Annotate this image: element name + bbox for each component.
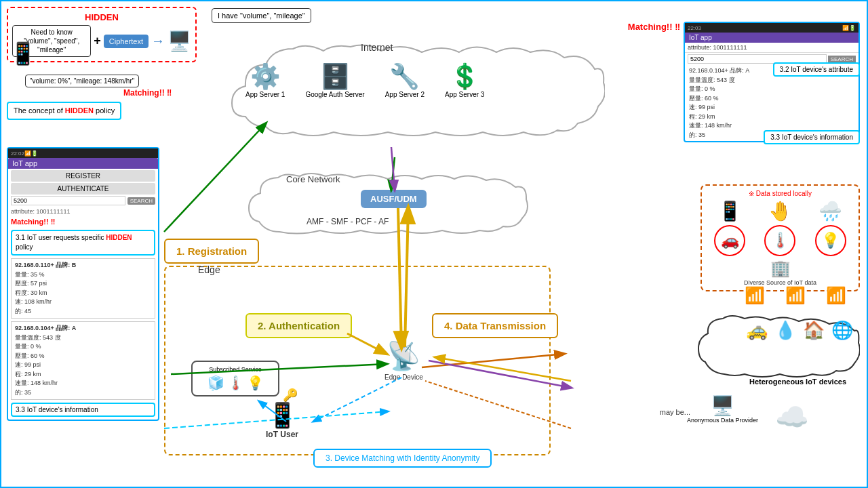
iot-user-area: 📱 IoT User (266, 401, 298, 439)
subscribed-title: Subscribed Service (197, 366, 274, 373)
ciphertext-box: Ciphertext (104, 35, 149, 48)
policy-box: 3.1 IoT user requests specific HIDDEN po… (11, 230, 155, 256)
google-auth-icon: 🗄️ (305, 62, 364, 91)
device-matching-box: 3. Device Matching with Identity Anonymi… (313, 449, 492, 468)
left-topbar: 22:02 📶🔋 (8, 148, 158, 158)
core-network-label: Core Network (286, 174, 340, 184)
policy-hidden-word: HIDDEN (106, 234, 132, 241)
app-server-2: 🔧 App Server 2 (385, 62, 425, 98)
left-attr: attribute: 1001111111 (8, 207, 158, 216)
app-server-3: 💲 App Server 3 (445, 62, 484, 98)
matching-right: Matching!! ‼ (628, 22, 680, 32)
car-circled-icon: 🚗 (714, 225, 745, 256)
maybe-label: may be... (660, 408, 690, 416)
wifi-row: 📶 📶 📶 (745, 286, 846, 305)
wifi-icon-3: 📶 (826, 286, 846, 305)
server-small-icon: 🖥️ (167, 30, 191, 52)
left-matching: Matching!! ‼ (8, 216, 158, 227)
ausf-udm-box: AUSF/UDM (361, 190, 427, 208)
authenticate-btn[interactable]: AUTHENTICATE (11, 183, 155, 195)
antenna-icon: 📡 (384, 340, 423, 372)
left-iot-panel: 22:02 📶🔋 IoT app REGISTER AUTHENTICATE 5… (7, 147, 159, 421)
anon-label: Anonymous Data Provider (687, 417, 758, 425)
hand-device-icon: 🤚 (756, 200, 804, 222)
smoke-icon: ☁️ (775, 401, 809, 433)
subscribed-service-box: Subscribed Service 🧊 🌡️ 💡 (191, 361, 279, 396)
taxi-icon: 🚕 (746, 320, 768, 341)
search-row: 5200 SEARCH (11, 196, 155, 205)
diverse-label: Diverse Source of IoT data (706, 279, 854, 286)
server-group: ⚙️ App Server 1 🗄️ Google Auth Server 🔧 … (245, 62, 484, 98)
app-server-1: ⚙️ App Server 1 (245, 62, 285, 98)
app-server-2-icon: 🔧 (385, 62, 425, 91)
volume-box: "volume: 0%", "mileage: 148km/hr" (25, 75, 139, 87)
cloud-rain-icon: 🌧️ (807, 200, 854, 222)
wifi-icon-1: 📶 (745, 286, 765, 305)
water-drop-icon: 💧 (774, 320, 796, 341)
google-auth-server: 🗄️ Google Auth Server (305, 62, 364, 98)
plus-icon: + (94, 34, 101, 48)
anon-provider: 🖥️ Anonymous Data Provider (687, 394, 758, 425)
globe-icon: 🌐 (831, 320, 853, 341)
search-input[interactable]: 5200 (11, 196, 125, 205)
i-have-box: I have "volume", "mileage" (212, 8, 311, 23)
edge-device-label: Edge Device (384, 373, 423, 381)
edge-device-area: 📡 Edge Device (384, 340, 423, 381)
iot-user-phone-icon: 📱 (266, 401, 298, 430)
right-iot-panel: 22:03 📶🔋 IoT app attribute: 1001111111 5… (684, 22, 860, 142)
app-server-3-icon: 💲 (445, 62, 484, 91)
data-stored-label: ※ Data stored locally (706, 190, 854, 197)
right-topbar: 22:03 📶🔋 (685, 23, 859, 33)
right-search-btn[interactable]: SEARCH (828, 56, 856, 63)
thermometer-icon: 🌡️ (227, 375, 244, 391)
search-btn[interactable]: SEARCH (127, 197, 155, 205)
authentication-box: 2. Authentication (245, 313, 352, 338)
data-transmission-box: 4. Data Transmission (432, 313, 558, 338)
registration-box: 1. Registration (164, 239, 259, 264)
phone-icon-left: 📱 (9, 41, 37, 66)
main-diagram: HIDDEN Need to know "volume", "speed", "… (0, 0, 868, 488)
hidden-title: HIDDEN (12, 12, 191, 22)
iot-devices-box: ※ Data stored locally 📱 🤚 🌧️ 🚗 🌡️ 💡 🏢 Di… (701, 184, 860, 291)
data-b-box: 92.168.0.110+ 品牌: B 量量: 35 % 壓度: 57 psi … (11, 258, 155, 319)
device-attr-label: 3.2 IoT device's attribute (773, 62, 860, 77)
right-attr: attribute: 1001111111 (685, 43, 859, 53)
bulb-icon: 💡 (247, 375, 264, 391)
server-anon-icon: 🖥️ (687, 394, 758, 417)
amf-label: AMF - SMF - PCF - AF (307, 217, 389, 226)
percent-icon: 🏠 (803, 320, 825, 341)
concept-hidden-word: HIDDEN (65, 106, 94, 115)
right-app-screen: IoT app (685, 33, 859, 43)
device-info-label-right: 3.3 IoT device's information (764, 130, 860, 144)
hetero-icons: 🚕 💧 🏠 🌐 (746, 320, 853, 341)
building-icon: 🏢 (706, 259, 854, 278)
phone-device-icon: 📱 (706, 200, 753, 222)
iot-user-label: IoT User (266, 430, 298, 439)
wifi-icon-2: 📶 (785, 286, 806, 305)
matching-text-left: Matching!! ‼ (123, 88, 172, 98)
concept-box: The concept of HIDDEN policy (7, 102, 121, 120)
internet-label: Internet (361, 42, 393, 53)
key-icon: 🔑 (283, 388, 298, 403)
data-a-box: 92.168.0.104+ 品牌: A 量量溫度: 543 度 量量: 0 % … (11, 321, 155, 400)
arrow-right-icon: → (151, 33, 165, 49)
left-info-label: 3.3 IoT device's information (11, 403, 155, 417)
bulb-circled-icon: 💡 (815, 225, 846, 256)
subscribed-icons: 🧊 🌡️ 💡 (197, 375, 274, 391)
hetero-label: Heterogeneous IoT devices (749, 378, 846, 386)
app-server-1-icon: ⚙️ (245, 62, 285, 91)
left-app-screen: IoT app (8, 158, 158, 169)
temp-circled-icon: 🌡️ (764, 225, 795, 256)
fridge-icon: 🧊 (208, 375, 224, 391)
edge-label: Edge (198, 264, 220, 275)
device-icons-grid: 📱 🤚 🌧️ 🚗 🌡️ 💡 (706, 200, 854, 256)
register-btn[interactable]: REGISTER (11, 170, 155, 182)
